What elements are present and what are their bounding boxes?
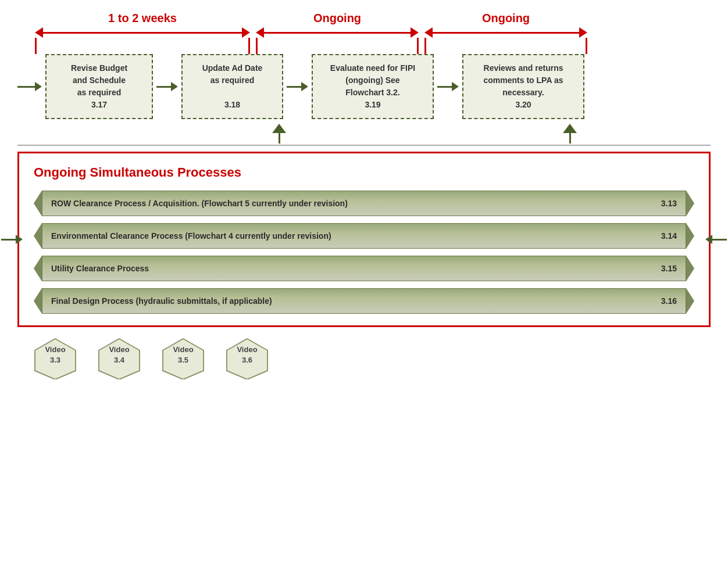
video-label-34: Video3.4 (109, 345, 129, 365)
process-label-315: Utility Clearance Process (51, 264, 644, 273)
process-row-316[interactable]: Final Design Process (hydraulic submitta… (34, 288, 694, 314)
flow-box-320-text: Reviews and returnscomments to LPA asnec… (473, 62, 574, 111)
video-row: Videovideo-333.3 Video3.4 Video3.5 Video… (0, 336, 728, 365)
video-label-36: Video3.6 (237, 345, 257, 365)
flow-box-317-text: Revise Budgetand Scheduleas required3.17 (56, 62, 142, 111)
arrow-1-2 (156, 82, 178, 91)
process-row-315[interactable]: Utility Clearance Process 3.15 (34, 256, 694, 281)
process-number-314: 3.14 (661, 231, 677, 241)
timeline-segment-2: Ongoing (256, 12, 419, 54)
process-label-313: ROW Clearance Process / Acquisition. (Fl… (51, 199, 644, 208)
flow-box-318-text: Update Ad Dateas required3.18 (192, 62, 273, 111)
process-label-316: Final Design Process (hydraulic submitta… (51, 296, 644, 306)
video-label-33: Videovideo-333.3 (45, 345, 65, 365)
process-bar-316: Final Design Process (hydraulic submitta… (42, 288, 686, 314)
timeline-label-2: Ongoing (313, 12, 361, 25)
flow-box-317[interactable]: Revise Budgetand Scheduleas required3.17 (45, 54, 153, 119)
video-badge-35[interactable]: Video3.5 (157, 336, 209, 365)
video-badge-36[interactable]: Video3.6 (221, 336, 273, 365)
timeline-segment-3: Ongoing (424, 12, 587, 54)
ongoing-box: Ongoing Simultaneous Processes ROW Clear… (17, 152, 711, 327)
flow-box-319[interactable]: Evaluate need for FIPI(ongoing) SeeFlowc… (312, 54, 434, 119)
flow-box-319-text: Evaluate need for FIPI(ongoing) SeeFlowc… (322, 62, 423, 111)
up-arrow-320 (563, 124, 577, 144)
process-bar-314: Environmental Clearance Process (Flowcha… (42, 223, 686, 249)
ongoing-title: Ongoing Simultaneous Processes (34, 165, 694, 180)
video-label-35: Video3.5 (173, 345, 193, 365)
process-row-313[interactable]: ROW Clearance Process / Acquisition. (Fl… (34, 191, 694, 216)
timeline-label-1: 1 to 2 weeks (108, 12, 177, 25)
divider-area (17, 124, 711, 146)
process-bar-315: Utility Clearance Process 3.15 (42, 256, 686, 281)
flow-box-320[interactable]: Reviews and returnscomments to LPA asnec… (462, 54, 584, 119)
timeline-arrow-3 (424, 27, 587, 38)
video-badge-34[interactable]: Video3.4 (93, 336, 145, 365)
timeline-label-3: Ongoing (482, 12, 530, 25)
entry-arrow (17, 82, 42, 91)
ongoing-wrapper: Ongoing Simultaneous Processes ROW Clear… (17, 152, 711, 327)
timeline-arrow-1 (35, 27, 250, 38)
right-side-arrow (705, 235, 727, 244)
process-number-316: 3.16 (661, 296, 677, 306)
process-bar-313: ROW Clearance Process / Acquisition. (Fl… (42, 191, 686, 216)
process-number-315: 3.15 (661, 264, 677, 273)
process-row-314[interactable]: Environmental Clearance Process (Flowcha… (34, 223, 694, 249)
timeline-segment-1: 1 to 2 weeks (35, 12, 250, 54)
left-side-arrow (1, 235, 23, 244)
arrow-3-4 (437, 82, 459, 91)
timeline-section: 1 to 2 weeks Ongoing Ongoing (0, 0, 698, 54)
flow-row: Revise Budgetand Scheduleas required3.17… (0, 54, 728, 119)
up-arrow-319 (272, 124, 286, 144)
video-badge-33[interactable]: Videovideo-333.3 (29, 336, 81, 365)
timeline-arrow-2 (256, 27, 419, 38)
process-label-314: Environmental Clearance Process (Flowcha… (51, 231, 644, 241)
flow-box-318[interactable]: Update Ad Dateas required3.18 (181, 54, 283, 119)
arrow-2-3 (287, 82, 308, 91)
process-number-313: 3.13 (661, 199, 677, 208)
